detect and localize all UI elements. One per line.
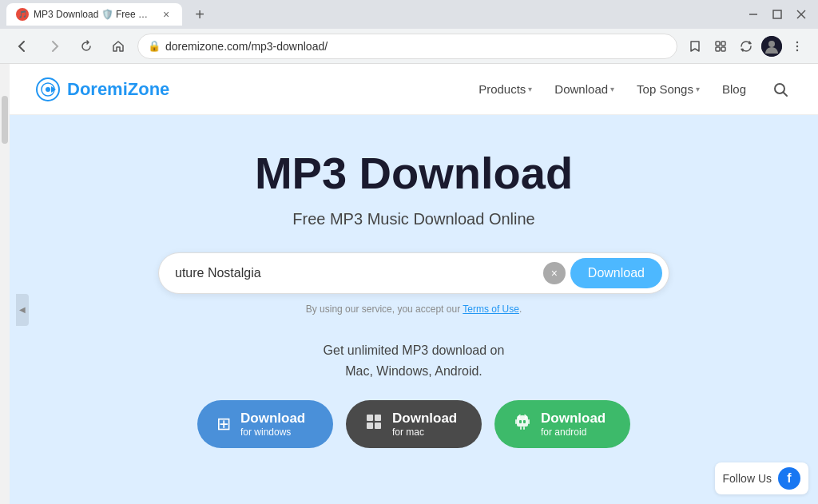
terms-link[interactable]: Terms of Use	[463, 304, 519, 315]
facebook-icon[interactable]: f	[778, 467, 800, 490]
website-content: DoremiZone Products ▾ Download ▾ Top Son…	[0, 64, 818, 504]
site-logo[interactable]: DoremiZone	[35, 77, 169, 102]
extensions-button[interactable]	[709, 35, 732, 58]
terms-prefix: By using our service, you accept our	[306, 304, 463, 315]
address-actions	[684, 35, 808, 58]
windows-btn-text: Download for windows	[240, 411, 305, 438]
nav-item-products[interactable]: Products ▾	[478, 82, 532, 96]
url-text: doremizone.com/mp3-download/	[165, 40, 667, 53]
scrollbar[interactable]	[0, 64, 10, 504]
logo-text: DoremiZone	[67, 79, 169, 100]
terms-suffix: .	[519, 304, 522, 315]
forward-button[interactable]	[42, 34, 67, 59]
svg-point-12	[796, 49, 798, 50]
topsongs-chevron-icon: ▾	[696, 85, 700, 93]
home-button[interactable]	[105, 34, 131, 59]
follow-us-bar[interactable]: Follow Us f	[715, 462, 808, 494]
fb-letter: f	[787, 471, 791, 486]
search-bar: × Download	[158, 252, 669, 294]
svg-rect-24	[515, 419, 517, 424]
nav-search-button[interactable]	[768, 77, 792, 101]
hero-title: MP3 Download	[255, 147, 573, 199]
nav-item-blog[interactable]: Blog	[722, 82, 746, 96]
lock-icon: 🔒	[148, 40, 161, 52]
bookmark-button[interactable]	[684, 35, 706, 58]
hero-subtitle: Free MP3 Music Download Online	[292, 210, 534, 228]
svg-rect-6	[716, 47, 720, 51]
clear-icon: ×	[551, 267, 558, 280]
new-tab-button[interactable]: +	[189, 3, 211, 26]
platform-text: Get unlimited MP3 download onMac, Window…	[324, 340, 505, 381]
follow-us-label: Follow Us	[723, 472, 772, 485]
svg-rect-5	[721, 42, 725, 46]
mac-icon	[365, 413, 383, 435]
clear-button[interactable]: ×	[543, 262, 566, 284]
maximize-button[interactable]	[767, 4, 788, 25]
android-btn-sub: for android	[541, 427, 586, 438]
svg-point-9	[768, 41, 775, 47]
collapse-arrow-button[interactable]: ◀	[16, 294, 29, 326]
address-bar-input[interactable]: 🔒 doremizone.com/mp3-download/	[137, 34, 677, 59]
svg-rect-19	[375, 415, 381, 421]
search-input[interactable]	[175, 266, 543, 280]
android-btn-text: Download for android	[541, 411, 606, 438]
svg-rect-21	[375, 423, 381, 429]
platform-buttons: ⊞ Download for windows	[197, 400, 630, 448]
download-chevron-icon: ▾	[610, 85, 614, 93]
svg-rect-27	[523, 427, 525, 430]
android-icon	[514, 413, 531, 435]
products-chevron-icon: ▾	[528, 85, 532, 93]
back-button[interactable]	[10, 34, 35, 59]
tab-title: MP3 Download 🛡️ Free MP3 M...	[34, 9, 155, 20]
site-content: DoremiZone Products ▾ Download ▾ Top Son…	[10, 64, 818, 504]
nav-item-download[interactable]: Download ▾	[554, 82, 614, 96]
svg-rect-26	[520, 427, 522, 430]
svg-rect-7	[721, 47, 725, 51]
browser-addressbar: 🔒 doremizone.com/mp3-download/	[0, 29, 818, 64]
close-button[interactable]	[791, 4, 812, 25]
windows-btn-main: Download	[240, 411, 305, 427]
mac-btn-text: Download for mac	[392, 411, 457, 438]
terms-text: By using our service, you accept our Ter…	[306, 304, 522, 315]
tab-favicon: 🎵	[16, 8, 29, 21]
windows-icon: ⊞	[216, 414, 231, 435]
windows-btn-sub: for windows	[240, 427, 291, 438]
svg-rect-20	[367, 423, 373, 429]
tab-close-button[interactable]: ×	[160, 8, 173, 21]
hero-section: ◀ MP3 Download Free MP3 Music Download O…	[10, 115, 818, 504]
reload-button[interactable]	[73, 34, 99, 59]
browser-window: 🎵 MP3 Download 🛡️ Free MP3 M... × +	[0, 0, 818, 504]
site-nav: DoremiZone Products ▾ Download ▾ Top Son…	[10, 64, 818, 115]
nav-label-blog: Blog	[722, 82, 746, 96]
browser-title-bar: 🎵 MP3 Download 🛡️ Free MP3 M... × +	[0, 0, 818, 29]
nav-links: Products ▾ Download ▾ Top Songs ▾ Blog	[478, 77, 792, 101]
mac-btn-main: Download	[392, 411, 457, 427]
sync-button[interactable]	[735, 35, 757, 58]
svg-point-11	[796, 45, 798, 46]
svg-rect-4	[716, 42, 720, 46]
minimize-button[interactable]	[743, 4, 764, 25]
svg-point-10	[796, 41, 798, 42]
nav-item-top-songs[interactable]: Top Songs ▾	[637, 82, 700, 96]
download-mac-button[interactable]: Download for mac	[346, 400, 482, 448]
svg-line-17	[784, 92, 788, 96]
search-download-button[interactable]: Download	[570, 258, 662, 288]
svg-rect-30	[519, 420, 522, 423]
nav-label-topsongs: Top Songs	[637, 82, 693, 96]
svg-rect-18	[367, 415, 373, 421]
nav-label-download: Download	[554, 82, 608, 96]
browser-tab[interactable]: 🎵 MP3 Download 🛡️ Free MP3 M... ×	[6, 3, 182, 26]
download-windows-button[interactable]: ⊞ Download for windows	[197, 400, 333, 448]
nav-label-products: Products	[478, 82, 526, 96]
svg-rect-1	[773, 10, 781, 18]
profile-avatar	[761, 36, 782, 57]
download-android-button[interactable]: Download for android	[494, 400, 630, 448]
svg-rect-25	[528, 419, 530, 424]
profile-button[interactable]	[760, 35, 783, 58]
mac-btn-sub: for mac	[392, 427, 424, 438]
scrollbar-thumb[interactable]	[2, 96, 8, 144]
menu-button[interactable]	[786, 35, 808, 58]
svg-point-15	[46, 87, 50, 92]
android-btn-main: Download	[541, 411, 606, 427]
svg-rect-31	[523, 420, 526, 423]
